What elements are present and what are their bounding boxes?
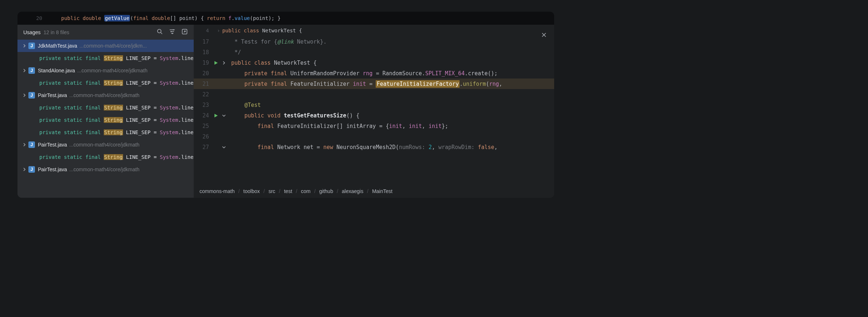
line-number: 17 [194, 39, 209, 45]
svg-point-2 [171, 31, 172, 32]
file-name: StandAlone.java [38, 68, 75, 73]
preview-pane: 4 › public class NetworkTest { 17 * Test… [194, 25, 554, 198]
breadcrumb-segment[interactable]: github [319, 188, 333, 194]
breadcrumb-separator: / [367, 188, 368, 194]
code-line[interactable]: 25 final FeatureInitializer[] initArray … [194, 121, 554, 131]
java-file-icon: J [28, 92, 35, 99]
usages-count: 12 in 8 files [43, 29, 69, 35]
file-path: ...common-math4/core/jdkmath [77, 68, 147, 73]
fold-icon[interactable] [220, 114, 228, 117]
fold-icon[interactable] [220, 61, 228, 65]
code-line[interactable]: 22 [194, 89, 554, 100]
code-content: final Network net = new NeuronSquareMesh… [228, 144, 498, 151]
run-gutter-icon[interactable] [212, 113, 220, 118]
editor-window: 20 public double getValue(final double[]… [17, 12, 554, 198]
usages-header: Usages 12 in 8 files [17, 25, 194, 40]
breadcrumb-segment[interactable]: src [268, 188, 275, 194]
code-snippet: private static final String LINE_SEP = S… [39, 129, 194, 135]
chevron-right-icon[interactable] [22, 69, 27, 72]
code-line[interactable]: 18 */ [194, 47, 554, 57]
line-number: 20 [25, 15, 42, 21]
usages-panel: Usages 12 in 8 files JJdkMathTest.java..… [17, 25, 554, 198]
preview-crumb[interactable]: 4 › public class NetworkTest { [194, 25, 554, 36]
file-name: PairTest.java [38, 92, 67, 98]
breadcrumb-segment[interactable]: commons-math [200, 188, 234, 194]
usage-code-item[interactable]: private static final String LINE_SEP = S… [17, 101, 194, 114]
chevron-right-icon[interactable] [22, 143, 27, 147]
code-content: * Tests for {@link Network}. [228, 39, 327, 45]
breadcrumb[interactable]: commons-math/toolbox/src/test/com/github… [194, 185, 554, 198]
code-snippet: private static final String LINE_SEP = S… [39, 80, 194, 86]
code-line[interactable]: 26 [194, 131, 554, 142]
file-name: PairTest.java [38, 166, 67, 172]
code-content: private final UniformRandomProvider rng … [228, 70, 498, 77]
line-number: 22 [194, 91, 209, 98]
breadcrumb-segment[interactable]: toolbox [243, 188, 260, 194]
breadcrumb-segment[interactable]: test [284, 188, 292, 194]
file-name: JdkMathTest.java [38, 43, 77, 49]
breadcrumb-segment[interactable]: MainTest [372, 188, 392, 194]
usage-file-item[interactable]: JJdkMathTest.java...common-math4/core/jd… [17, 40, 194, 52]
crumb-text: public class NetworkTest { [222, 28, 302, 33]
filter-icon[interactable] [169, 28, 175, 36]
search-icon[interactable] [157, 28, 163, 36]
preview-code[interactable]: 17 * Tests for {@link Network}.18 */19 p… [194, 36, 554, 185]
code-line[interactable]: 17 * Tests for {@link Network}. [194, 36, 554, 47]
code-line[interactable]: 27 final Network net = new NeuronSquareM… [194, 142, 554, 152]
chevron-right-icon[interactable] [22, 44, 27, 48]
usages-list-pane: Usages 12 in 8 files JJdkMathTest.java..… [17, 25, 194, 198]
line-number: 20 [194, 70, 209, 77]
code-line[interactable]: 19 public class NetworkTest { [194, 57, 554, 68]
code-line[interactable]: 24 public void testGetFeaturesSize() { [194, 110, 554, 121]
usage-code-item[interactable]: private static final String LINE_SEP = S… [17, 151, 194, 163]
breadcrumb-separator: / [238, 188, 240, 194]
code-line[interactable]: 20 private final UniformRandomProvider r… [194, 68, 554, 79]
java-file-icon: J [28, 166, 35, 173]
run-gutter-icon[interactable] [212, 61, 220, 65]
usages-tree[interactable]: JJdkMathTest.java...common-math4/core/jd… [17, 40, 194, 198]
usage-code-item[interactable]: private static final String LINE_SEP = S… [17, 52, 194, 64]
line-number: 18 [194, 49, 209, 56]
svg-point-1 [173, 29, 174, 31]
java-file-icon: J [28, 67, 35, 74]
line-number: 21 [194, 81, 209, 87]
breadcrumb-segment[interactable]: alexaegis [342, 188, 363, 194]
chevron-right-icon[interactable] [22, 168, 27, 171]
code-content: final FeatureInitializer[] initArray = {… [228, 123, 448, 129]
code-content: private final FeatureInitializer init = … [228, 81, 502, 87]
close-icon[interactable] [541, 32, 547, 39]
code-content: public double getValue(final double[] po… [61, 15, 281, 21]
open-in-tool-window-icon[interactable] [181, 28, 188, 36]
usage-code-item[interactable]: private static final String LINE_SEP = S… [17, 114, 194, 126]
code-content: public void testGetFeaturesSize() { [228, 112, 359, 119]
breadcrumb-separator: / [337, 188, 338, 194]
breadcrumb-segment[interactable]: com [301, 188, 310, 194]
usages-title: Usages [23, 29, 40, 35]
fold-icon[interactable] [220, 145, 228, 149]
usage-file-item[interactable]: JPairTest.java...common-math4/core/jdkma… [17, 89, 194, 101]
line-number: 19 [194, 60, 209, 66]
usage-file-item[interactable]: JPairTest.java...common-math4/core/jdkma… [17, 139, 194, 151]
breadcrumb-separator: / [314, 188, 316, 194]
code-content: public class NetworkTest { [228, 60, 317, 66]
java-file-icon: J [28, 43, 35, 49]
usage-code-item[interactable]: private static final String LINE_SEP = S… [17, 77, 194, 89]
breadcrumb-separator: / [296, 188, 297, 194]
chevron-right-icon[interactable] [22, 93, 27, 97]
file-name: PairTest.java [38, 142, 67, 148]
code-content: */ [228, 49, 241, 56]
file-path: ...common-math4/core/jdkmath [69, 166, 139, 172]
java-file-icon: J [28, 141, 35, 148]
code-line[interactable]: 21 private final FeatureInitializer init… [194, 79, 554, 89]
usage-file-item[interactable]: JStandAlone.java...common-math4/core/jdk… [17, 64, 194, 77]
crumb-line-number: 4 [200, 28, 209, 33]
breadcrumb-separator: / [279, 188, 280, 194]
code-line-20[interactable]: 20 public double getValue(final double[]… [17, 12, 554, 25]
code-snippet: private static final String LINE_SEP = S… [39, 154, 194, 160]
code-line[interactable]: 23 @Test [194, 100, 554, 110]
line-number: 26 [194, 133, 209, 140]
chevron-right-icon: › [217, 28, 220, 33]
usage-file-item[interactable]: JPairTest.java...common-math4/core/jdkma… [17, 163, 194, 176]
usage-code-item[interactable]: private static final String LINE_SEP = S… [17, 126, 194, 139]
line-number: 24 [194, 112, 209, 119]
